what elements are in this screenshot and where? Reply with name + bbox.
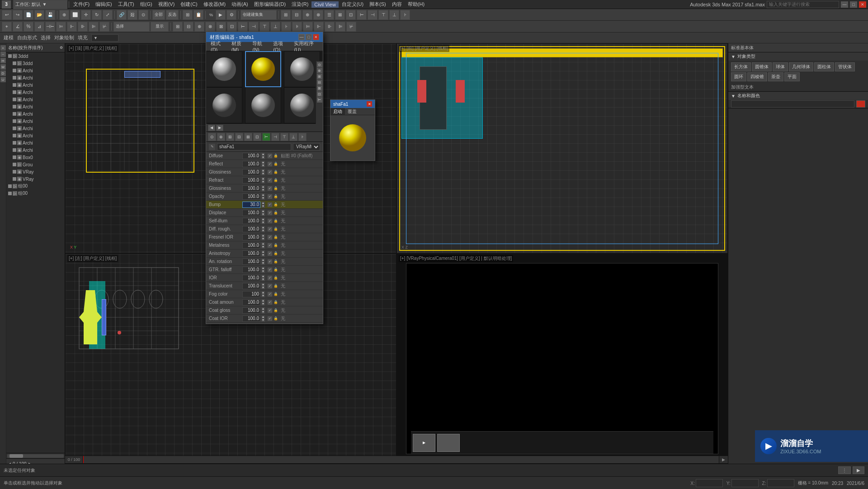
mp-spin-dn-18[interactable]: ▼ [261,302,265,306]
select-region-button[interactable]: ⬜ [70,10,80,20]
mp-check-20[interactable]: ✓ [268,316,272,321]
btn-geosphere[interactable]: 几何球体 [789,62,813,71]
opt-fill[interactable]: 填充 [78,34,88,41]
place-highlight-btn[interactable]: ⊪ [78,22,88,32]
mp-spin-dn-7[interactable]: ▼ [261,213,265,216]
mp-spin-up-13[interactable]: ▲ [261,259,265,262]
mp-spin-dn-15[interactable]: ▼ [261,278,265,281]
app-logo[interactable]: 3 [2,0,11,9]
timeline-start[interactable]: 0 / 100 [65,456,83,463]
mp-map-16[interactable]: 无 [281,283,320,289]
mat-tb-2[interactable]: ⊗ [217,133,225,141]
tb2-icon14[interactable]: ⊩ [314,22,324,32]
hierarchy-icon[interactable]: H [0,58,6,63]
mp-check-11[interactable]: ✓ [268,243,272,248]
tb-icon1[interactable]: ⊞ [281,10,291,20]
save-button[interactable]: 💾 [45,10,55,20]
mat-nav-next[interactable]: ▶ [216,125,223,131]
mp-spin-up-14[interactable]: ▲ [261,267,265,270]
thumbnail-1[interactable]: ▶ [413,434,435,452]
play-btn[interactable]: ▶ [853,466,864,474]
mp-map-1[interactable]: 无 [281,161,320,167]
snap-btn[interactable]: ⌖ [2,22,12,32]
timeline-end[interactable]: ▶ [719,456,728,463]
normal-align-btn[interactable]: ⊩ [67,22,77,32]
tb2-icon2[interactable]: ⊟ [184,22,193,32]
mp-map-8[interactable]: 无 [281,218,320,224]
mp-map-21[interactable]: 无 [281,324,320,324]
layer-list[interactable]: 选择 [113,22,150,32]
align-view-btn[interactable]: ⊬ [99,22,109,32]
tree-eye-12[interactable] [13,141,16,145]
mat-assign-icon[interactable]: ⊗ [317,68,322,73]
bind-button[interactable]: ⊙ [138,10,148,20]
mat-sphere-5[interactable] [245,87,281,123]
layer-mgr-button[interactable]: ⊞ [183,10,193,20]
mp-check-1[interactable]: ✓ [268,162,272,166]
viewport-bottom-right[interactable]: [+] [VRayPhysicalCamera01] [用户定义] | 默认明暗… [396,254,728,464]
tb2-icon16[interactable]: ⊫ [335,22,345,32]
tree-item-4[interactable]: ◈Archi [6,81,65,89]
mp-spin-dn-12[interactable]: ▼ [261,254,265,257]
mp-spin-dn-17[interactable]: ▼ [261,294,265,297]
create-selection-set[interactable]: 创建建集集 [241,10,277,20]
mp-input-10[interactable] [242,234,260,240]
mp-check-15[interactable]: ✓ [268,276,272,280]
mat-maximize-btn[interactable]: □ [306,34,312,40]
mp-input-4[interactable] [242,185,260,192]
menu-custom[interactable]: 自定义(U) [339,0,366,8]
mp-input-7[interactable] [242,210,260,216]
tree-item-10[interactable]: ◈Archi [6,125,65,132]
tree-eye-4[interactable] [13,83,16,87]
motion-icon[interactable]: M [0,64,6,70]
tree-item-14[interactable]: ◈Box0 [6,154,65,161]
tb2-icon11[interactable]: ⊦ [281,22,291,32]
mp-spin-dn-0[interactable]: ▼ [261,156,265,159]
spinner-snap-btn[interactable]: ⊿ [34,22,44,32]
mp-spin-up-17[interactable]: ▲ [261,291,265,294]
rp-object-type-header[interactable]: ▼ 对象类型 [728,52,868,61]
mat-sphere-4[interactable] [206,87,242,123]
tree-eye-18[interactable] [8,184,12,188]
tree-item-19[interactable]: ▷组00 [6,190,65,197]
tree-item-5[interactable]: ◈Archi [6,89,65,96]
mp-spin-dn-11[interactable]: ▼ [261,245,265,249]
mp-map-18[interactable]: 无 [281,299,320,306]
mat-put-icon[interactable]: ⊡ [317,91,322,97]
opt-select[interactable]: 选择 [41,34,51,41]
mp-input-19[interactable] [242,307,260,314]
create-icon[interactable]: + [0,45,6,51]
mp-input-11[interactable] [242,242,260,249]
mp-check-16[interactable]: ✓ [268,284,272,288]
mp-check-6[interactable]: ✓ [268,202,272,207]
mp-map-11[interactable]: 无 [281,242,320,249]
mp-check-17[interactable]: ✓ [268,292,272,296]
tree-item-7[interactable]: ◈Archi [6,103,65,110]
mp-map-20[interactable]: 无 [281,315,320,322]
btn-teapot[interactable]: 茶壶 [768,72,783,81]
tree-config-icon[interactable]: ⚙ [60,46,63,50]
open-button[interactable]: 📂 [34,10,44,20]
mat-unique-icon[interactable]: ⊠ [317,85,322,91]
btn-box[interactable]: 长方体 [731,62,751,71]
render-button[interactable]: ▶ [216,10,226,20]
menu-content[interactable]: 内容 [389,0,405,8]
mp-input-5[interactable] [242,193,260,200]
scale-button[interactable]: ⤢ [103,10,113,20]
tree-item-8[interactable]: ◈Archi [6,110,65,118]
mp-spin-dn-6[interactable]: ▼ [261,205,265,208]
mp-spin-up-7[interactable]: ▲ [261,210,265,213]
tb-icon11[interactable]: ⊥ [389,10,399,20]
menu-modify[interactable]: 修改器(M) [201,0,229,8]
tb2-icon7[interactable]: ⊢ [238,22,248,32]
tree-eye-13[interactable] [13,148,16,152]
mp-input-21[interactable] [242,324,260,324]
mp-spin-up-10[interactable]: ▲ [261,234,265,237]
tree-eye-7[interactable] [13,105,16,108]
scroll-track[interactable] [7,454,64,458]
mat-sphere-2[interactable] [245,51,281,87]
mp-input-14[interactable] [242,267,260,273]
mp-spin-dn-8[interactable]: ▼ [261,221,265,224]
tb2-icon3[interactable]: ⊕ [194,22,204,32]
select-object-button[interactable]: ⊕ [59,10,69,20]
